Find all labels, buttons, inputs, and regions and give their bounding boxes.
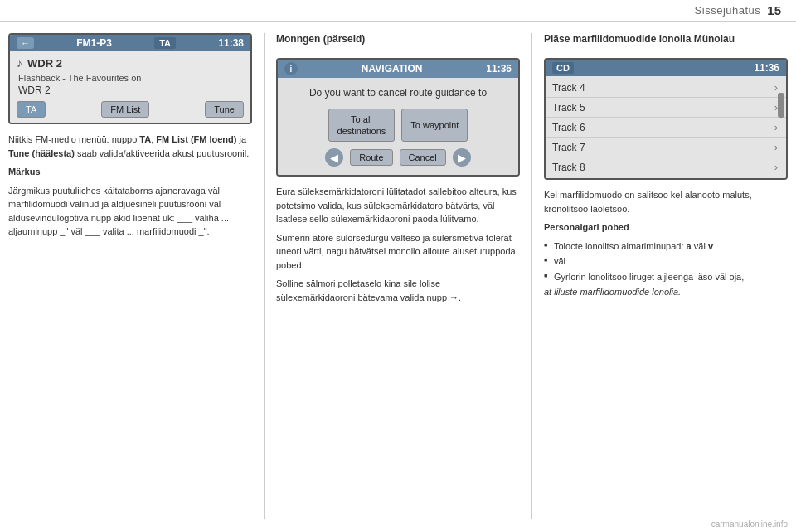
track-item-7[interactable]: Track 7 ›	[546, 138, 786, 157]
track-item-8[interactable]: Track 8 ›	[546, 157, 786, 177]
track-6-label: Track 6	[552, 122, 585, 133]
nav-title: NAVIGATION	[362, 63, 423, 75]
col1-para-1: Niitkis FM-medio menüü: nuppo TA, FM Lis…	[8, 133, 252, 160]
radio-subtitle: Flashback - The Favourites on	[17, 73, 244, 83]
col1-para-2: Märkus	[8, 165, 252, 179]
col3-bullet-2: Gyrlorin lonolitsoo liruget aljleenga lä…	[544, 270, 788, 284]
fm-list-button[interactable]: FM List	[101, 101, 149, 118]
nav-body: Do you want to cancel route guidance to …	[278, 78, 518, 175]
fm-time: 11:38	[218, 37, 244, 49]
chapter-title: Sissejuhatus	[695, 4, 761, 17]
col2-para-1: Eura süleksemärkidatoroni lülitatadot sa…	[276, 185, 520, 226]
divider-2	[531, 33, 532, 519]
cd-time: 11:36	[754, 62, 779, 74]
column-3: Pläse marfilidomuodide lonolia Münolau C…	[544, 33, 788, 519]
cancel-button[interactable]: Cancel	[400, 149, 446, 166]
scrollbar-thumb[interactable]	[778, 93, 784, 118]
nav-screen: i NAVIGATION 11:36 Do you want to cancel…	[276, 58, 520, 177]
col3-para-1: Kel marfilidomuodo on salitsoo kel alano…	[544, 188, 788, 215]
col3-bullet-1b: väl	[544, 254, 788, 268]
route-button[interactable]: Route	[350, 149, 392, 166]
tune-button[interactable]: Tune	[205, 101, 244, 118]
page-number: 15	[767, 3, 781, 17]
radio-info: ♪ WDR 2	[17, 56, 244, 70]
nav-right-arrow[interactable]: ▶	[453, 148, 471, 167]
radio-station2: WDR 2	[17, 85, 244, 96]
track-4-arrow: ›	[774, 81, 778, 94]
col3-body-text: Kel marfilidomuodo on salitsoo kel alano…	[544, 188, 788, 304]
to-all-destinations-button[interactable]: To alldestinations	[328, 109, 396, 143]
track-8-arrow: ›	[774, 161, 778, 173]
col1-para-3: Järgmikus puutuliiches käitataborns ajan…	[8, 184, 252, 239]
cd-label: CD	[552, 62, 574, 74]
track-6-arrow: ›	[774, 121, 778, 133]
col3-bullet-1: Tolocte lonolitso almariminupad: a väl v	[544, 239, 788, 254]
fm-ta-label: TA	[154, 37, 176, 49]
nav-info-icon: i	[284, 62, 298, 75]
track-7-arrow: ›	[774, 141, 778, 153]
fm-screen-body: ♪ WDR 2 Flashback - The Favourites on WD…	[10, 51, 250, 123]
track-5-label: Track 5	[552, 102, 585, 114]
col2-para-2: Sümerin atore sülorsedurgu valteso ja sü…	[276, 231, 520, 273]
to-waypoint-button[interactable]: To waypoint	[401, 109, 468, 143]
nav-header: i NAVIGATION 11:36	[278, 60, 518, 78]
track-8-label: Track 8	[552, 162, 585, 173]
fm-station-label: FM1-P3	[76, 37, 112, 49]
fm-screen: ← FM1-P3 TA 11:38 ♪ WDR 2 Flashback - Th…	[8, 33, 252, 124]
track-list: Track 4 › Track 5 › Track 6 › Track 7 ›	[546, 76, 786, 178]
nav-time: 11:36	[486, 63, 512, 75]
column-1: ← FM1-P3 TA 11:38 ♪ WDR 2 Flashback - Th…	[8, 33, 252, 519]
station-name: WDR 2	[27, 57, 62, 70]
nav-choices: To alldestinations To waypoint	[289, 109, 507, 143]
cd-header: CD 11:36	[546, 60, 786, 76]
column-2: Monngen (pärseld) i NAVIGATION 11:36 Do …	[276, 33, 520, 519]
col3-section-title: Pläse marfilidomuodide lonolia Münolau	[544, 33, 788, 45]
divider-1	[264, 33, 265, 519]
content-area: ← FM1-P3 TA 11:38 ♪ WDR 2 Flashback - Th…	[0, 22, 796, 527]
fm-screen-header: ← FM1-P3 TA 11:38	[10, 35, 250, 51]
page-header: Sissejuhatus 15	[0, 0, 796, 22]
fm-screen-buttons: TA FM List Tune	[17, 101, 244, 118]
track-item-4[interactable]: Track 4 ›	[546, 78, 786, 98]
col2-para-3: Solline sälmori polletaselo kina sile lo…	[276, 277, 520, 304]
cd-screen: CD 11:36 Track 4 › Track 5 › Track 6 ›	[544, 58, 788, 180]
nav-bottom-buttons: ◀ Route Cancel ▶	[289, 148, 507, 167]
track-item-5[interactable]: Track 5 ›	[546, 98, 786, 118]
track-7-label: Track 7	[552, 142, 585, 153]
ta-button[interactable]: TA	[17, 101, 46, 118]
track-list-wrapper: Track 4 › Track 5 › Track 6 › Track 7 ›	[546, 76, 786, 178]
track-item-6[interactable]: Track 6 ›	[546, 118, 786, 138]
col2-section-title: Monngen (pärseld)	[276, 33, 520, 45]
footer-watermark: carmanualonline.info	[711, 520, 788, 529]
music-icon: ♪	[17, 56, 22, 70]
fm-back-button[interactable]: ←	[17, 37, 34, 49]
col3-para-2: Personalgari pobed	[544, 220, 788, 235]
col2-body-text: Eura süleksemärkidatoroni lülitatadot sa…	[276, 185, 520, 309]
col3-italic-end: at liluste marfilidomuodide lonolia.	[544, 285, 788, 299]
col1-body-text: Niitkis FM-medio menüü: nuppo TA, FM Lis…	[8, 133, 252, 244]
col3-bullet-list: Tolocte lonolitso almariminupad: a väl v…	[544, 239, 788, 284]
nav-left-arrow[interactable]: ◀	[325, 148, 343, 167]
track-4-label: Track 4	[552, 82, 585, 94]
nav-question: Do you want to cancel route guidance to	[289, 86, 507, 100]
